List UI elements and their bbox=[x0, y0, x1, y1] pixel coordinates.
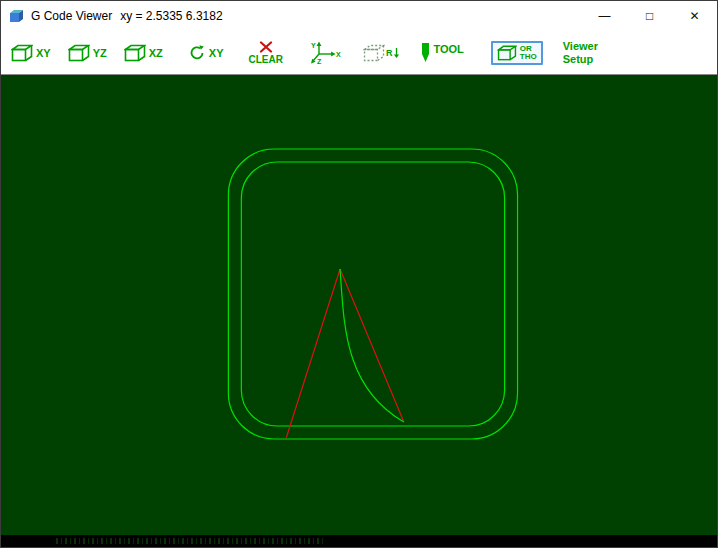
rotate-r-button[interactable]: R bbox=[363, 44, 401, 62]
status-bar bbox=[1, 535, 717, 547]
down-arrow-icon bbox=[393, 47, 400, 59]
window-controls: — □ ✕ bbox=[582, 1, 717, 31]
title-bar: G Code Viewer xy = 2.5335 6.3182 — □ ✕ bbox=[1, 1, 717, 31]
rotate-r-label: R bbox=[386, 48, 393, 58]
toolpath-segment bbox=[286, 269, 340, 438]
axes-button[interactable]: Y X Z bbox=[308, 40, 342, 66]
tool-icon bbox=[421, 42, 430, 64]
view-xy-label: XY bbox=[36, 47, 51, 59]
window-title: G Code Viewer bbox=[31, 9, 112, 23]
view-yz-label: YZ bbox=[93, 47, 107, 59]
cube-icon bbox=[497, 45, 517, 61]
cube-icon bbox=[68, 44, 90, 62]
cube-icon bbox=[11, 44, 33, 62]
axis-z-label: Z bbox=[317, 58, 322, 65]
axis-x-label: X bbox=[336, 51, 341, 58]
app-window: G Code Viewer xy = 2.5335 6.3182 — □ ✕ X… bbox=[0, 0, 718, 548]
gcode-canvas[interactable] bbox=[1, 75, 717, 535]
view-xz-label: XZ bbox=[149, 47, 163, 59]
viewer-setup-label: Viewer Setup bbox=[563, 40, 598, 64]
view-xz-button[interactable]: XZ bbox=[124, 44, 163, 62]
minimize-button[interactable]: — bbox=[582, 1, 627, 31]
view-yz-button[interactable]: YZ bbox=[68, 44, 107, 62]
close-button[interactable]: ✕ bbox=[672, 1, 717, 31]
toolbar: XY YZ XZ XY CLEAR bbox=[1, 31, 717, 75]
rotate-xy-label: XY bbox=[209, 47, 224, 59]
toolpath-segment bbox=[241, 162, 504, 426]
red-x-icon bbox=[259, 41, 273, 53]
ortho-label-line2: THO bbox=[520, 53, 537, 61]
clear-button[interactable]: CLEAR bbox=[249, 41, 283, 65]
tool-label: TOOL bbox=[433, 43, 463, 55]
clear-label: CLEAR bbox=[249, 54, 283, 65]
dashed-cube-icon bbox=[363, 44, 385, 62]
toolpath-segment bbox=[340, 269, 404, 422]
maximize-button[interactable]: □ bbox=[627, 1, 672, 31]
canvas-svg bbox=[1, 75, 717, 535]
app-icon bbox=[9, 8, 25, 24]
ortho-label: OR THO bbox=[520, 45, 537, 61]
tool-button[interactable]: TOOL bbox=[421, 42, 463, 64]
rotate-xy-button[interactable]: XY bbox=[188, 44, 224, 62]
ortho-toggle-button[interactable]: OR THO bbox=[491, 41, 543, 65]
viewer-setup-line1: Viewer bbox=[563, 40, 598, 52]
axis-y-label: Y bbox=[311, 42, 316, 49]
viewer-setup-line2: Setup bbox=[563, 53, 594, 65]
axes-icon: Y X Z bbox=[308, 40, 342, 66]
cube-icon bbox=[124, 44, 146, 62]
viewer-setup-button[interactable]: Viewer Setup bbox=[563, 40, 598, 64]
rotate-icon bbox=[188, 44, 206, 62]
view-xy-button[interactable]: XY bbox=[11, 44, 51, 62]
cursor-coordinates: xy = 2.5335 6.3182 bbox=[120, 9, 222, 23]
